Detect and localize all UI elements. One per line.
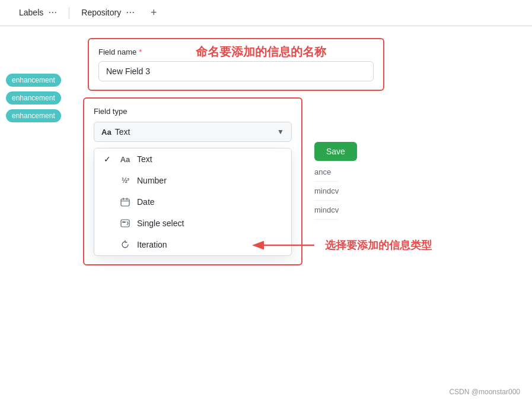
main-content: enhancement enhancement enhancement Fiel… [0,26,532,402]
dropdown-trigger-left: Aa Text [101,127,130,137]
annotation-type-text: 选择要添加的信息类型 [325,238,432,252]
tab-separator [69,7,69,19]
annotation-arrow-area: 选择要添加的信息类型 [249,237,432,254]
right-label-row-2: mindcv [314,182,339,201]
save-button[interactable]: Save [314,142,357,161]
dropdown-item-date[interactable]: Date [94,191,291,213]
check-icon: ✓ [104,154,113,164]
tab-repository-dots[interactable]: ··· [126,6,135,18]
tab-repository-text: Repository [81,8,121,17]
field-type-selected: Text [115,127,130,137]
field-name-label-text: Field name [98,48,136,56]
save-area: Save [314,142,357,161]
label-tag-2: enhancement [6,91,61,105]
item-label-number: Number [137,176,167,185]
field-name-label: Field name * [98,48,374,56]
tab-bar: Labels ··· Repository ··· + [0,0,532,26]
add-tab-button[interactable]: + [144,4,163,23]
tab-labels[interactable]: Labels ··· [9,0,66,26]
watermark: CSDN @moonstar000 [449,388,520,396]
type-icon-aa: Aa [101,128,112,137]
field-name-section: Field name * [88,38,384,91]
required-star: * [139,48,142,56]
date-icon [119,197,131,207]
field-type-label: Field type [94,107,292,116]
iteration-icon [119,240,131,249]
item-label-single-select: Single select [137,219,184,228]
single-select-icon [119,219,131,228]
chevron-down-icon: ▼ [277,128,284,136]
right-label-row-1: ance [314,163,339,182]
dropdown-item-number[interactable]: ½³ Number [94,170,291,191]
label-tag-3: enhancement [6,109,61,122]
number-icon: ½³ [119,176,131,185]
arrow-svg [249,237,320,254]
text-icon: Aa [119,155,131,164]
svg-rect-0 [121,199,129,206]
tab-labels-dots[interactable]: ··· [48,6,57,18]
dropdown-item-single-select[interactable]: Single select [94,213,291,234]
label-tag-1: enhancement [6,74,61,87]
tab-repository[interactable]: Repository ··· [72,0,144,26]
right-label-row-3: mindcv [314,201,339,220]
svg-rect-5 [122,221,126,223]
field-type-dropdown[interactable]: Aa Text ▼ [94,122,292,142]
item-label-text: Text [137,154,152,164]
label-tags-list: enhancement enhancement enhancement [0,74,61,122]
tab-labels-text: Labels [19,8,43,17]
dropdown-item-text[interactable]: ✓ Aa Text [94,148,291,170]
item-label-date: Date [137,197,155,207]
field-name-input[interactable] [98,61,374,81]
right-labels: ance mindcv mindcv [314,163,339,220]
item-label-iteration: Iteration [137,240,167,249]
